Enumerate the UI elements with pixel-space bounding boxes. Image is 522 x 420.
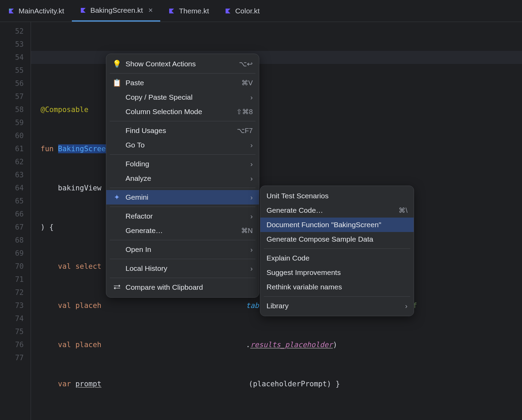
submenu-explain-code[interactable]: Explain Code [260, 251, 414, 265]
svg-point-0 [9, 9, 11, 11]
tab-mainactivity[interactable]: MainActivity.kt [0, 0, 72, 22]
kotlin-file-icon [168, 7, 175, 15]
chevron-right-icon: › [250, 264, 253, 273]
menu-compare-clipboard[interactable]: ⮂Compare with Clipboard [106, 280, 259, 295]
tab-label: MainActivity.kt [19, 7, 64, 15]
submenu-suggest-improvements[interactable]: Suggest Improvements [260, 265, 414, 280]
menu-paste[interactable]: 📋Paste ⌘V [106, 76, 259, 90]
menu-show-context-actions[interactable]: 💡Show Context Actions ⌥↩ [106, 57, 259, 71]
menu-copy-paste-special[interactable]: Copy / Paste Special › [106, 90, 259, 104]
clipboard-icon: 📋 [112, 79, 121, 87]
menu-column-selection[interactable]: Column Selection Mode ⇧⌘8 [106, 104, 259, 119]
menu-separator [110, 207, 255, 207]
chevron-right-icon: › [250, 245, 253, 254]
menu-separator [110, 259, 255, 259]
line-number-gutter: 525354 555657 585960 616263 646566 67686… [0, 22, 31, 420]
tab-label: BakingScreen.kt [90, 6, 143, 14]
menu-separator [110, 240, 255, 240]
menu-separator [110, 73, 255, 74]
tab-theme[interactable]: Theme.kt [160, 0, 217, 22]
kotlin-file-icon [79, 7, 87, 14]
editor-tab-bar: MainActivity.kt BakingScreen.kt × Theme.… [0, 0, 522, 22]
chevron-right-icon: › [250, 160, 253, 168]
chevron-right-icon: › [250, 174, 253, 183]
gemini-submenu: Unit Test Scenarios Generate Code… ⌘\ Do… [260, 186, 414, 316]
menu-go-to[interactable]: Go To › [106, 138, 259, 152]
menu-gemini[interactable]: ✦Gemini › [106, 190, 259, 205]
menu-separator [264, 296, 410, 297]
tab-color[interactable]: Color.kt [217, 0, 267, 22]
menu-find-usages[interactable]: Find Usages ⌥F7 [106, 123, 259, 138]
chevron-right-icon: › [405, 302, 407, 310]
menu-separator [110, 188, 255, 188]
close-tab-icon[interactable]: × [146, 6, 153, 15]
menu-separator [110, 154, 255, 155]
menu-analyze[interactable]: Analyze › [106, 171, 259, 186]
tab-label: Theme.kt [179, 7, 209, 15]
submenu-generate-code[interactable]: Generate Code… ⌘\ [260, 203, 414, 218]
submenu-library[interactable]: Library › [260, 299, 414, 313]
menu-separator [110, 278, 255, 278]
tab-label: Color.kt [235, 7, 260, 15]
menu-separator [264, 248, 410, 249]
chevron-right-icon: › [250, 93, 253, 101]
menu-open-in[interactable]: Open In › [106, 242, 259, 257]
submenu-generate-sample-data[interactable]: Generate Compose Sample Data [260, 232, 414, 246]
menu-local-history[interactable]: Local History › [106, 261, 259, 276]
submenu-document-function[interactable]: Document Function "BakingScreen" [260, 218, 414, 232]
bulb-icon: 💡 [112, 60, 121, 68]
context-menu: 💡Show Context Actions ⌥↩ 📋Paste ⌘V Copy … [106, 54, 259, 298]
kotlin-file-icon [224, 7, 232, 15]
submenu-rethink-names[interactable]: Rethink variable names [260, 280, 414, 294]
menu-generate[interactable]: Generate… ⌘N [106, 223, 259, 238]
kotlin-file-icon [8, 7, 15, 15]
gemini-sparkle-icon: ✦ [112, 193, 121, 201]
menu-separator [110, 121, 255, 121]
menu-folding[interactable]: Folding › [106, 157, 259, 171]
chevron-right-icon: › [250, 212, 253, 220]
chevron-right-icon: › [250, 193, 253, 201]
submenu-unit-test[interactable]: Unit Test Scenarios [260, 189, 414, 203]
tab-bakingscreen[interactable]: BakingScreen.kt × [72, 0, 161, 22]
chevron-right-icon: › [250, 141, 253, 149]
diff-icon: ⮂ [112, 283, 121, 291]
menu-refactor[interactable]: Refactor › [106, 209, 259, 223]
